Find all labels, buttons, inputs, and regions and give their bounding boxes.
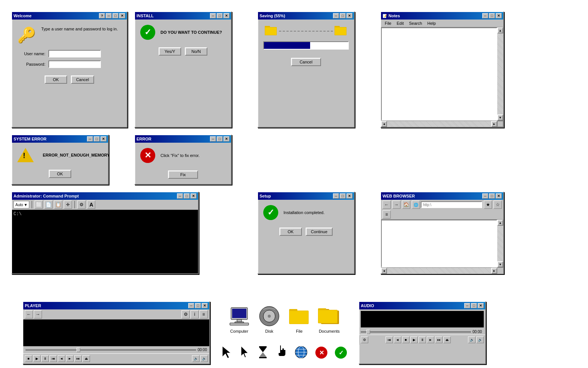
stop-button[interactable]: ■ <box>402 336 410 343</box>
info-icon[interactable]: i <box>190 310 199 318</box>
volume-up-icon[interactable]: 🔊 <box>476 336 484 343</box>
settings-button[interactable]: ⚙ <box>361 336 368 343</box>
minimize-button[interactable]: ─ <box>188 303 194 308</box>
minimize-button[interactable]: ─ <box>177 193 183 199</box>
scroll-right-button[interactable]: ► <box>491 268 497 274</box>
menu-help[interactable]: Help <box>425 20 438 26</box>
scroll-down-button[interactable]: ▼ <box>497 261 503 267</box>
slider-thumb[interactable] <box>76 348 80 352</box>
cancel-button[interactable]: Cancel <box>71 75 94 84</box>
volume-down-icon[interactable]: 🔉 <box>468 336 476 343</box>
yes-button[interactable]: Yes/Y <box>159 47 181 56</box>
minimize-button[interactable]: ─ <box>210 13 216 18</box>
close-button[interactable]: ✕ <box>224 136 230 142</box>
prev-frame-button[interactable]: ◄ <box>394 336 401 343</box>
next-frame-button[interactable]: ► <box>427 336 434 343</box>
help-button[interactable]: ? <box>99 13 105 18</box>
scroll-left-button[interactable]: ◄ <box>381 121 387 127</box>
prev-button[interactable]: ⏮ <box>386 336 393 343</box>
ok-button[interactable]: OK <box>45 75 67 84</box>
username-input[interactable] <box>48 50 101 57</box>
bookmark-empty-icon[interactable]: ☆ <box>494 201 502 209</box>
font-dropdown[interactable]: Auto ▼ <box>14 201 29 208</box>
scrollbar-track[interactable] <box>497 226 503 261</box>
menu-edit[interactable]: Edit <box>394 20 406 26</box>
text-button[interactable]: A <box>87 201 95 209</box>
paste-button[interactable]: 📋 <box>54 201 62 209</box>
next-frame-button[interactable]: ► <box>66 355 74 362</box>
close-button[interactable]: ✕ <box>202 303 208 308</box>
settings-icon[interactable]: ⚙ <box>182 310 190 318</box>
minimize-button[interactable]: ─ <box>106 13 112 18</box>
minimize-button[interactable]: ─ <box>333 13 339 18</box>
password-input[interactable] <box>48 60 101 68</box>
audio-progress-slider[interactable] <box>361 331 471 333</box>
copy-button[interactable]: 📄 <box>44 201 52 209</box>
close-button[interactable]: ✕ <box>478 303 484 308</box>
maximize-button[interactable]: □ <box>471 303 477 308</box>
forward-nav-button[interactable]: → <box>34 310 42 318</box>
play-button[interactable]: ▶ <box>410 336 418 343</box>
maximize-button[interactable]: □ <box>340 13 346 18</box>
maximize-button[interactable]: □ <box>489 193 495 199</box>
continue-button[interactable]: Continue <box>306 228 333 236</box>
move-button[interactable]: ✛ <box>64 201 72 209</box>
maximize-button[interactable]: □ <box>217 13 223 18</box>
maximize-button[interactable]: □ <box>340 193 346 199</box>
scroll-down-button[interactable]: ▼ <box>497 115 503 121</box>
pause-button[interactable]: ⏸ <box>418 336 426 343</box>
maximize-button[interactable]: □ <box>94 136 100 142</box>
prev-button[interactable]: ⏮ <box>50 355 57 362</box>
close-button[interactable]: ✕ <box>190 193 196 199</box>
maximize-button[interactable]: □ <box>184 193 190 199</box>
cancel-button[interactable]: Cancel <box>291 58 321 66</box>
audio-slider-thumb[interactable] <box>366 330 370 334</box>
eject-button[interactable]: ⏏ <box>82 355 90 362</box>
minimize-button[interactable]: ─ <box>482 193 488 199</box>
next-button[interactable]: ⏭ <box>435 336 442 343</box>
maximize-button[interactable]: □ <box>112 13 118 18</box>
maximize-button[interactable]: □ <box>217 136 223 142</box>
minimize-button[interactable]: ─ <box>333 193 339 199</box>
scroll-up-button[interactable]: ▲ <box>497 27 503 33</box>
prev-frame-button[interactable]: ◄ <box>58 355 65 362</box>
select-tool-button[interactable]: ⬜ <box>34 201 43 209</box>
volume-down-icon[interactable]: 🔉 <box>192 355 200 362</box>
pause-button[interactable]: ⏸ <box>41 355 49 362</box>
scroll-left-button[interactable]: ◄ <box>381 268 387 274</box>
url-input[interactable] <box>421 201 482 208</box>
back-nav-button[interactable]: ← <box>25 310 33 318</box>
fix-button[interactable]: Fix <box>168 170 198 179</box>
minimize-button[interactable]: ─ <box>87 136 93 142</box>
close-button[interactable]: ✕ <box>119 13 125 18</box>
close-button[interactable]: ✕ <box>496 13 502 18</box>
scroll-up-button[interactable]: ▲ <box>497 220 503 226</box>
scrollbar-track[interactable] <box>497 33 503 115</box>
close-button[interactable]: ✕ <box>100 136 106 142</box>
player-progress-slider[interactable] <box>26 349 196 351</box>
minimize-button[interactable]: ─ <box>210 136 216 142</box>
stop-button[interactable]: ■ <box>25 355 32 362</box>
list-icon[interactable]: ≡ <box>200 310 208 318</box>
ok-button[interactable]: OK <box>279 228 302 236</box>
maximize-button[interactable]: □ <box>195 303 201 308</box>
scrollbar-h-track[interactable] <box>387 121 491 127</box>
menu-search[interactable]: Search <box>407 20 424 26</box>
bookmark-filled-icon[interactable]: ★ <box>484 201 492 209</box>
no-button[interactable]: No/N <box>185 47 207 56</box>
back-button[interactable]: ← <box>382 201 391 209</box>
properties-button[interactable]: ⚙ <box>77 201 86 209</box>
menu-file[interactable]: File <box>382 20 394 26</box>
play-button[interactable]: ▶ <box>33 355 40 362</box>
scrollbar-h-track[interactable] <box>387 268 491 274</box>
close-button[interactable]: ✕ <box>496 193 502 199</box>
notes-textarea[interactable] <box>381 27 497 121</box>
forward-button[interactable]: → <box>392 201 400 209</box>
command-prompt-area[interactable]: C:\ <box>12 210 198 273</box>
volume-up-icon[interactable]: 🔊 <box>200 355 208 362</box>
eject-button[interactable]: ⏏ <box>443 336 451 343</box>
home-button[interactable]: 🏠 <box>402 201 410 209</box>
menu-button[interactable]: ≡ <box>382 210 391 219</box>
minimize-button[interactable]: ─ <box>482 13 488 18</box>
scroll-right-button[interactable]: ► <box>491 121 497 127</box>
